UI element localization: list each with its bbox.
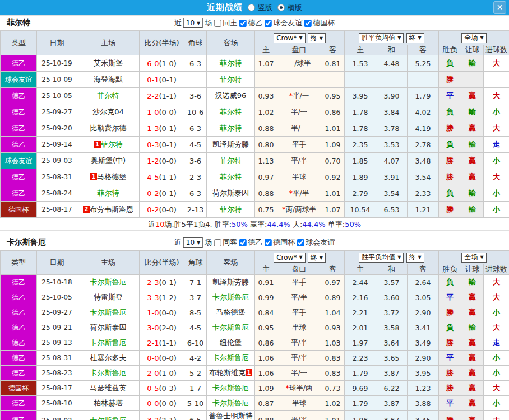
handicap-cell: 半/一 xyxy=(277,120,321,137)
col-wdl: 胜负 xyxy=(439,264,461,275)
competition-checkbox-input[interactable] xyxy=(304,20,312,27)
corner-cell: 6-10 xyxy=(184,335,207,351)
wdl-cell: 平 xyxy=(439,396,461,411)
let-result-cell: 贏 xyxy=(461,120,484,137)
date-cell: 25-09-20 xyxy=(37,120,77,137)
corner-cell: 6-3 xyxy=(184,120,207,137)
avg-home-cell: 1.78 xyxy=(345,104,376,120)
competition-checkbox-input[interactable] xyxy=(297,239,304,246)
final-avg-select[interactable]: 终▼ xyxy=(406,33,424,43)
away-odds-cell: 0.70 xyxy=(321,153,345,169)
competition-checkbox-input[interactable] xyxy=(265,239,272,246)
home-odds-cell: 1.13 xyxy=(255,153,277,169)
final-avg-select[interactable]: 终▼ xyxy=(406,253,424,263)
score-cell: 0-1(0-1) xyxy=(140,72,184,88)
corner-cell: 4-2 xyxy=(184,351,207,366)
match-row: 德乙 25-08-31 1马格德堡 4-5(1-1) 2-3 菲尔特 0.97 … xyxy=(1,169,509,185)
competition-checkbox[interactable]: 球会友谊 xyxy=(297,237,335,248)
competition-checkbox[interactable]: 德乙 xyxy=(239,18,262,28)
goals-cell: 大 xyxy=(484,88,509,104)
home-odds-cell: 0.88 xyxy=(255,120,277,137)
avg-away-cell: 3.88 xyxy=(408,396,439,411)
match-type-cell: 球会友谊 xyxy=(1,153,37,169)
away-team-cell: 马格德堡 xyxy=(207,305,255,320)
same-venue-checkbox-input[interactable] xyxy=(214,239,221,246)
match-count-select[interactable]: 10▼ xyxy=(183,237,203,248)
bookmaker-select[interactable]: Crow*▼ xyxy=(274,33,305,43)
radio-horizontal-layout[interactable] xyxy=(277,4,285,11)
score-cell: 2-2(1-1) xyxy=(140,88,184,104)
goals-cell: 大 xyxy=(484,320,509,335)
competition-checkbox[interactable]: 德国杯 xyxy=(264,237,295,248)
away-team-cell: 卡尔斯鲁厄 xyxy=(207,351,255,366)
home-team-cell: 卡尔斯鲁厄 xyxy=(77,275,140,290)
date-cell: 25-09-03 xyxy=(37,153,77,169)
col-type: 类型 xyxy=(1,31,37,55)
handicap-cell: *球半/两 xyxy=(277,381,321,396)
radio-horizontal-label[interactable]: 横版 xyxy=(288,3,302,13)
match-type-cell: 德乙 xyxy=(1,305,37,320)
bookmaker-select[interactable]: Crow*▼ xyxy=(274,253,305,263)
corner-cell: 1-7 xyxy=(184,381,207,396)
avg-away-cell: 3.95 xyxy=(408,366,439,381)
score-cell: 1-0(0-0) xyxy=(140,305,184,320)
competition-checkbox[interactable]: 德国杯 xyxy=(304,18,335,28)
avg-odds-select[interactable]: 胜平负均值▼ xyxy=(359,253,404,263)
avg-away-cell: 2.78 xyxy=(408,137,439,153)
avg-away-cell: 2.90 xyxy=(408,305,439,320)
competition-checkbox[interactable]: 球会友谊 xyxy=(264,18,302,28)
avg-home-cell: 2.35 xyxy=(345,137,376,153)
goals-cell: 小 xyxy=(484,104,509,120)
competition-checkbox-input[interactable] xyxy=(265,20,272,27)
final-odds-select[interactable]: 终▼ xyxy=(308,33,326,43)
bookmaker-select-value: Crow* xyxy=(276,34,297,42)
avg-odds-select[interactable]: 胜平负均值▼ xyxy=(359,33,404,43)
col-avg-draw: 和 xyxy=(376,45,408,55)
col-avg-home: 主 xyxy=(345,45,376,55)
handicap-cell: 平手 xyxy=(277,305,321,320)
avg-away-cell: 3.54 xyxy=(408,169,439,185)
wdl-cell: 勝 xyxy=(439,335,461,351)
away-team-cell: 菲尔特 xyxy=(207,104,255,120)
same-venue-checkbox[interactable]: 同主 xyxy=(214,18,237,28)
let-result-cell: 贏 xyxy=(461,305,484,320)
summary-part: 近 xyxy=(148,220,155,228)
summary-part: 50% xyxy=(232,220,248,228)
date-cell: 25-09-27 xyxy=(37,104,77,120)
same-venue-checkbox[interactable]: 同客 xyxy=(214,237,237,248)
col-odds-away: 客 xyxy=(321,264,345,275)
home-team-cell: 1菲尔特 xyxy=(77,137,140,153)
let-result-cell: 贏 xyxy=(461,381,484,396)
competition-checkbox-label: 球会友谊 xyxy=(273,18,302,28)
filter-bar: 近 10▼ 场 同主 德乙球会友谊德国杯 xyxy=(174,18,335,28)
radio-vertical-layout[interactable] xyxy=(248,4,255,11)
team-name: 菲尔特 xyxy=(7,18,30,28)
summary-part: 50% xyxy=(345,220,361,228)
competition-checkbox[interactable]: 德乙 xyxy=(239,237,262,248)
competition-checkbox-input[interactable] xyxy=(239,20,247,27)
home-team-cell: 荷尔斯泰因 xyxy=(77,320,140,335)
goals-cell: 走 xyxy=(484,137,509,153)
avg-home-cell: 2.79 xyxy=(345,185,376,202)
match-count-select[interactable]: 10▼ xyxy=(183,18,203,28)
goals-cell: 大 xyxy=(484,275,509,290)
match-type-cell: 球会友谊 xyxy=(1,72,37,88)
fullmatch-select[interactable]: 全场▼ xyxy=(461,33,486,43)
close-button[interactable]: ✕ xyxy=(493,1,506,14)
radio-vertical-label[interactable]: 竖版 xyxy=(258,3,272,13)
avg-group-header: 胜平负均值▼ 终▼ xyxy=(345,251,439,264)
competition-checkbox-input[interactable] xyxy=(239,239,247,246)
handicap-cell: 半/一 xyxy=(277,366,321,381)
away-team-cell: 布轮斯维克1 xyxy=(207,366,255,381)
same-venue-checkbox-label: 同客 xyxy=(223,237,237,248)
away-odds-cell: 0.81 xyxy=(321,55,345,72)
same-venue-checkbox-input[interactable] xyxy=(214,20,221,27)
home-team-cell: 马瑟维兹英 xyxy=(77,381,140,396)
fullmatch-select[interactable]: 全场▼ xyxy=(461,253,486,263)
date-cell: 25-08-02 xyxy=(37,411,77,420)
final-odds-select[interactable]: 终▼ xyxy=(308,253,326,263)
score-cell: 0-5(0-3) xyxy=(140,381,184,396)
wdl-cell: 勝 xyxy=(439,305,461,320)
home-odds-cell: 0.93 xyxy=(255,88,277,104)
handicap-cell: 平手 xyxy=(277,275,321,290)
